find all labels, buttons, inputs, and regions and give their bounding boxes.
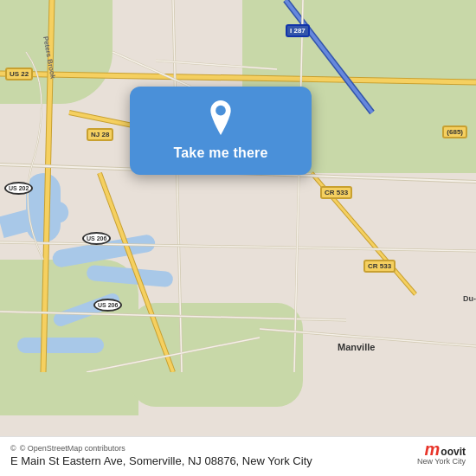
nj685-badge: (685) (442, 125, 467, 138)
map-pin-icon (203, 100, 238, 135)
green-area-5 (407, 52, 476, 156)
i287-badge: I 287 (286, 24, 310, 37)
svg-line-23 (113, 52, 190, 87)
copyright-symbol: © (10, 444, 16, 453)
bottom-bar: © © OpenStreetMap contributors E Main St… (0, 436, 476, 476)
popup-card: Take me there (130, 87, 312, 175)
map-background: US 22 US 202 NJ 28 US 206 US 206 I 287 C… (0, 0, 476, 476)
cr533-badge-2: CR 533 (363, 260, 396, 273)
cr533-badge-1: CR 533 (320, 186, 352, 199)
take-me-there-button[interactable]: Take me there (173, 144, 267, 163)
attribution-text: © OpenStreetMap contributors (20, 444, 125, 453)
svg-point-30 (215, 106, 226, 116)
manville-label: Manville (338, 342, 375, 352)
map-container: US 22 US 202 NJ 28 US 206 US 206 I 287 C… (0, 0, 476, 476)
nj28-badge: NJ 28 (87, 128, 113, 141)
address-label: E Main St Eastern Ave, Somerville, NJ 08… (10, 454, 312, 467)
svg-line-22 (113, 52, 190, 87)
du-label: Du- (463, 294, 476, 303)
green-area-1 (0, 0, 113, 104)
us22-badge: US 22 (5, 68, 33, 80)
moovit-logo: m oovit New York City (417, 441, 466, 466)
river-5 (17, 338, 104, 353)
moovit-name-text: oovit (441, 447, 466, 457)
river-6 (26, 173, 61, 242)
green-area-4 (130, 303, 303, 407)
moovit-m-letter: m (425, 441, 441, 458)
moovit-city-text: New York City (417, 458, 466, 466)
